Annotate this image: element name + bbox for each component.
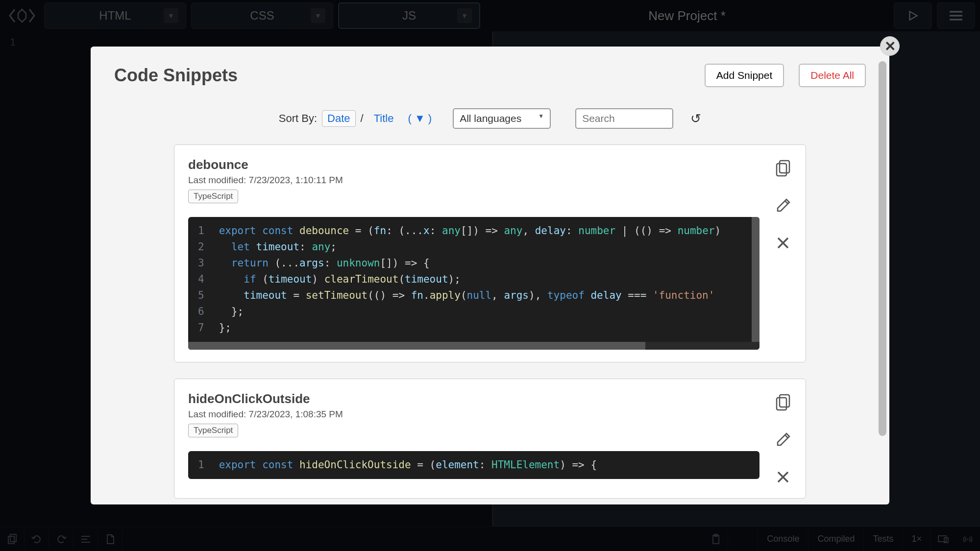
snippet-modified: Last modified: 7/23/2023, 1:10:11 PM — [188, 175, 760, 186]
snippet-title: hideOnClickOutside — [188, 391, 760, 407]
reset-icon[interactable]: ↺ — [690, 111, 701, 126]
svg-rect-7 — [777, 164, 786, 176]
edit-snippet-icon[interactable] — [774, 197, 792, 215]
scrollbar[interactable] — [879, 61, 886, 436]
close-button[interactable]: ✕ — [880, 36, 900, 56]
code-block: 1export const debounce = (fn: (...x: any… — [188, 217, 760, 350]
modal-title: Code Snippets — [114, 65, 238, 86]
horizontal-scrollbar[interactable] — [188, 342, 760, 350]
add-snippet-button[interactable]: Add Snippet — [705, 64, 784, 87]
snippet-list: debounce Last modified: 7/23/2023, 1:10:… — [91, 144, 889, 504]
code-lines[interactable]: 1export const hideOnClickOutside = (elem… — [188, 451, 597, 479]
snippets-modal: Code Snippets Add Snippet Delete All Sor… — [91, 47, 889, 504]
svg-rect-9 — [777, 398, 786, 410]
language-badge: TypeScript — [188, 190, 238, 203]
svg-rect-8 — [780, 161, 789, 173]
copy-snippet-icon[interactable] — [774, 160, 792, 177]
edit-snippet-icon[interactable] — [774, 431, 792, 449]
delete-all-button[interactable]: Delete All — [799, 64, 866, 87]
delete-snippet-icon[interactable] — [774, 468, 792, 486]
vertical-scrollbar[interactable] — [752, 217, 760, 342]
copy-snippet-icon[interactable] — [774, 394, 792, 411]
filter-bar: Sort By: Date / Title ( ▼ ) All language… — [91, 99, 889, 144]
sort-separator: / — [361, 112, 364, 125]
sort-label: Sort By: — [279, 112, 317, 125]
close-icon: ✕ — [884, 38, 896, 54]
language-select[interactable]: All languages — [453, 108, 551, 129]
search-input[interactable] — [575, 108, 673, 129]
snippet-card: debounce Last modified: 7/23/2023, 1:10:… — [174, 144, 806, 362]
language-badge: TypeScript — [188, 424, 238, 437]
code-lines[interactable]: 1export const debounce = (fn: (...x: any… — [188, 217, 721, 342]
snippet-title: debounce — [188, 157, 760, 172]
delete-snippet-icon[interactable] — [774, 234, 792, 252]
svg-rect-10 — [780, 395, 789, 407]
code-block: 1export const hideOnClickOutside = (elem… — [188, 451, 760, 479]
snippet-card: hideOnClickOutside Last modified: 7/23/2… — [174, 379, 806, 499]
sort-direction-toggle[interactable]: ( ▼ ) — [404, 111, 436, 126]
snippet-modified: Last modified: 7/23/2023, 1:08:35 PM — [188, 409, 760, 420]
sort-title-link[interactable]: Title — [368, 110, 399, 127]
sort-date-link[interactable]: Date — [322, 110, 355, 127]
